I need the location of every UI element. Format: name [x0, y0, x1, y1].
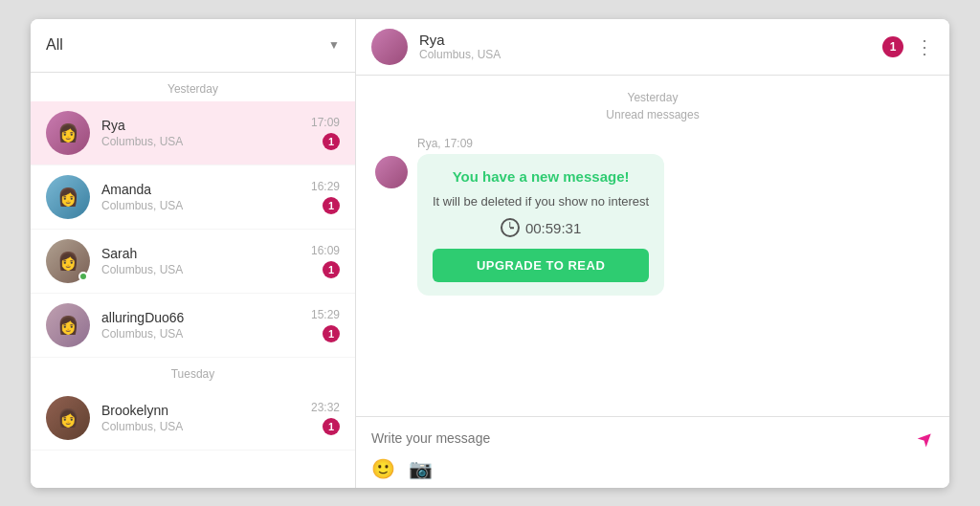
message-content: Rya, 17:09 You have a new message! It wi… — [417, 137, 664, 297]
contact-time-sarah: 16:09 — [311, 244, 340, 257]
chat-header-avatar — [371, 29, 408, 65]
chat-header-name: Rya — [419, 32, 882, 48]
section-yesterday: Yesterday — [31, 73, 355, 101]
unread-badge-amanda: 1 — [323, 197, 340, 214]
contact-location-alluring: Columbus, USA — [101, 327, 311, 341]
clock-icon — [501, 218, 520, 237]
contact-item-sarah[interactable]: 👩 Sarah Columbus, USA 16:09 1 — [31, 230, 355, 294]
contact-meta-sarah: 16:09 1 — [311, 244, 340, 278]
contact-time-rya: 17:09 — [311, 116, 340, 129]
emoji-icon[interactable]: 🙂 — [371, 457, 395, 480]
contact-info-sarah: Sarah Columbus, USA — [101, 246, 311, 276]
filter-dropdown-icon[interactable]: ▼ — [328, 38, 340, 52]
unread-divider: Unread messages — [375, 108, 930, 121]
unread-badge-alluring: 1 — [323, 325, 340, 342]
contact-name-rya: Rya — [101, 118, 311, 133]
header-notification-badge: 1 — [882, 36, 903, 57]
bubble-subtitle: It will be deleted if you show no intere… — [433, 193, 649, 210]
contact-time-alluring: 15:29 — [311, 308, 340, 321]
message-sender-avatar — [375, 156, 408, 188]
message-sender-label: Rya, 17:09 — [417, 137, 664, 150]
avatar-wrap-alluring: 👩 — [46, 303, 90, 347]
send-icon[interactable]: ➤ — [912, 424, 940, 451]
chat-header-location: Columbus, USA — [419, 48, 882, 61]
chat-body: Yesterday Unread messages Rya, 17:09 You… — [356, 76, 949, 416]
chat-input-area: ➤ 🙂 📷 — [356, 416, 949, 488]
app-container: All ▼ Yesterday 👩 Rya Columbus, USA 17:0… — [31, 19, 949, 488]
more-options-icon[interactable]: ⋮ — [915, 37, 934, 56]
contact-location-brookelynn: Columbus, USA — [101, 420, 311, 433]
upgrade-to-read-button[interactable]: UPGRADE TO READ — [433, 249, 649, 282]
avatar-rya: 👩 — [46, 111, 90, 155]
contact-list: Yesterday 👩 Rya Columbus, USA 17:09 1 � — [31, 73, 355, 488]
contact-info-alluring: alluringDuo66 Columbus, USA — [101, 310, 311, 341]
timer-value: 00:59:31 — [525, 220, 581, 236]
avatar-amanda: 👩 — [46, 175, 90, 219]
timer-row: 00:59:31 — [501, 218, 581, 237]
avatar-wrap-brookelynn: 👩 — [46, 396, 90, 440]
contact-item-brookelynn[interactable]: 👩 Brookelynn Columbus, USA 23:32 1 — [31, 386, 355, 451]
contact-location-amanda: Columbus, USA — [101, 199, 311, 212]
contact-info-brookelynn: Brookelynn Columbus, USA — [101, 403, 311, 433]
avatar-brookelynn: 👩 — [46, 396, 90, 440]
contact-meta-rya: 17:09 1 — [311, 116, 340, 150]
avatar-wrap-rya: 👩 — [46, 111, 90, 155]
avatar-alluring: 👩 — [46, 303, 90, 347]
chat-input-icons: 🙂 📷 — [371, 457, 934, 480]
camera-icon[interactable]: 📷 — [409, 457, 433, 480]
unread-badge-sarah: 1 — [323, 261, 340, 278]
message-input[interactable] — [371, 430, 910, 446]
contact-info-rya: Rya Columbus, USA — [101, 118, 311, 148]
online-dot-sarah — [78, 272, 88, 281]
message-row-rya: Rya, 17:09 You have a new message! It wi… — [375, 137, 930, 297]
contact-item-rya[interactable]: 👩 Rya Columbus, USA 17:09 1 — [31, 101, 355, 165]
unread-badge-rya: 1 — [323, 133, 340, 150]
contact-location-rya: Columbus, USA — [101, 135, 311, 148]
chat-input-row: ➤ — [371, 427, 934, 450]
bubble-title: You have a new message! — [453, 167, 630, 187]
contact-name-sarah: Sarah — [101, 246, 311, 261]
filter-label: All — [46, 36, 63, 54]
chat-header: Rya Columbus, USA 1 ⋮ — [356, 19, 949, 76]
contact-info-amanda: Amanda Columbus, USA — [101, 182, 311, 212]
date-divider: Yesterday — [375, 91, 930, 104]
contact-time-brookelynn: 23:32 — [311, 401, 340, 414]
contact-meta-brookelynn: 23:32 1 — [311, 401, 340, 435]
chat-header-info: Rya Columbus, USA — [419, 32, 882, 61]
contact-name-alluring: alluringDuo66 — [101, 310, 311, 325]
contact-item-alluring[interactable]: 👩 alluringDuo66 Columbus, USA 15:29 1 — [31, 294, 355, 358]
left-panel: All ▼ Yesterday 👩 Rya Columbus, USA 17:0… — [31, 19, 356, 488]
left-header: All ▼ — [31, 19, 355, 73]
contact-name-amanda: Amanda — [101, 182, 311, 197]
unread-badge-brookelynn: 1 — [323, 418, 340, 435]
chat-header-actions: 1 ⋮ — [882, 36, 934, 57]
section-tuesday: Tuesday — [31, 358, 355, 386]
contact-item-amanda[interactable]: 👩 Amanda Columbus, USA 16:29 1 — [31, 165, 355, 230]
contact-meta-amanda: 16:29 1 — [311, 180, 340, 214]
contact-location-sarah: Columbus, USA — [101, 263, 311, 276]
avatar-wrap-amanda: 👩 — [46, 175, 90, 219]
message-bubble: You have a new message! It will be delet… — [417, 154, 664, 297]
right-panel: Rya Columbus, USA 1 ⋮ Yesterday Unread m… — [356, 19, 949, 488]
avatar-wrap-sarah: 👩 — [46, 239, 90, 283]
contact-name-brookelynn: Brookelynn — [101, 403, 311, 418]
contact-meta-alluring: 15:29 1 — [311, 308, 340, 342]
contact-time-amanda: 16:29 — [311, 180, 340, 193]
